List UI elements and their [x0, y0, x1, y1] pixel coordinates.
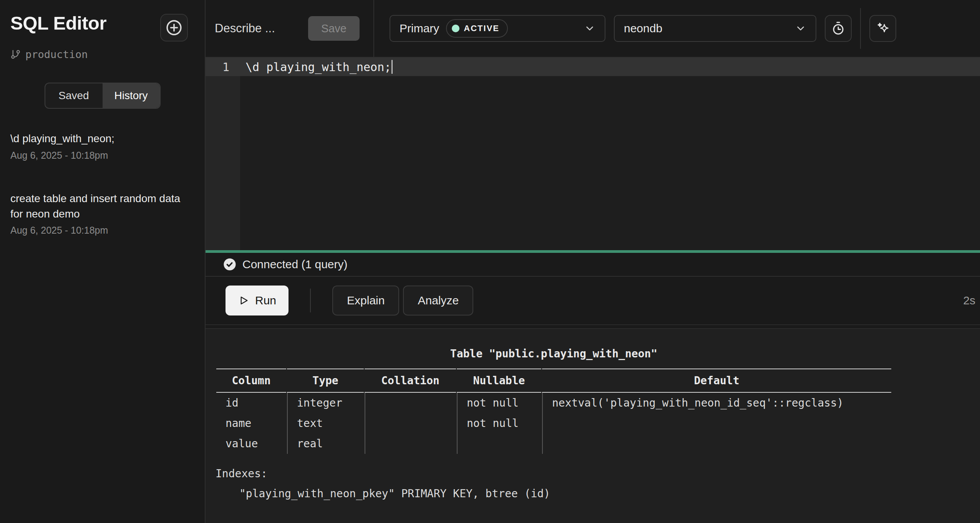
- history-item[interactable]: create table and insert random data for …: [10, 191, 197, 236]
- play-icon: [238, 295, 249, 306]
- branch-select[interactable]: Primary ACTIVE: [390, 15, 605, 42]
- table-cell: value: [216, 433, 286, 454]
- history-list: \d playing_with_neon; Aug 6, 2025 - 10:1…: [10, 131, 197, 236]
- history-item-timestamp: Aug 6, 2025 - 10:18pm: [10, 150, 197, 161]
- results-panel: Table "public.playing_with_neon" Column …: [206, 328, 980, 523]
- explain-analyze-group: Explain Analyze: [332, 286, 473, 315]
- panel-gap: [206, 325, 980, 328]
- column-header: Column: [216, 369, 286, 393]
- line-number: 1: [206, 58, 240, 76]
- table-cell: [542, 413, 891, 433]
- connection-status-bar: Connected (1 query): [206, 253, 980, 277]
- sidebar: SQL Editor production Saved History \d p…: [0, 0, 206, 523]
- new-query-button[interactable]: [160, 14, 188, 42]
- code-text: \d playing_with_neon;: [245, 60, 391, 74]
- active-status-badge: ACTIVE: [446, 19, 508, 38]
- describe-result-table: Table "public.playing_with_neon" Column …: [216, 347, 892, 454]
- branch-select-value: Primary: [400, 22, 439, 35]
- database-select-value: neondb: [624, 22, 662, 35]
- history-item-title: create table and insert random data for …: [10, 191, 191, 222]
- table-header-row: Column Type Collation Nullable Default: [216, 369, 891, 393]
- table-cell: [457, 433, 541, 454]
- history-item-timestamp: Aug 6, 2025 - 10:18pm: [10, 225, 197, 236]
- table-cell: id: [216, 393, 286, 413]
- topbar-controls: Primary ACTIVE neondb: [374, 0, 980, 57]
- connection-status-text: Connected (1 query): [242, 258, 348, 271]
- sql-editor-app: SQL Editor production Saved History \d p…: [0, 0, 980, 523]
- table-cell: [365, 393, 456, 413]
- editor-gutter: 1: [206, 58, 240, 250]
- saved-history-toggle: Saved History: [45, 83, 161, 109]
- table-row: value real: [216, 433, 891, 454]
- tab-saved[interactable]: Saved: [45, 83, 103, 108]
- column-header: Default: [542, 369, 891, 393]
- table-row: id integer not null nextval('playing_wit…: [216, 393, 891, 413]
- page-title: SQL Editor: [10, 13, 106, 34]
- column-header: Nullable: [457, 369, 541, 393]
- table-cell: [365, 433, 456, 454]
- table-cell: nextval('playing_with_neon_id_seq'::regc…: [542, 393, 891, 413]
- status-badge-label: ACTIVE: [464, 23, 499, 33]
- actions-divider: [310, 289, 311, 312]
- index-definition: "playing_with_neon_pkey" PRIMARY KEY, bt…: [216, 484, 980, 504]
- column-header: Type: [287, 369, 364, 393]
- stopwatch-icon: [831, 21, 846, 36]
- database-select[interactable]: neondb: [614, 15, 816, 42]
- table-cell: not null: [457, 393, 541, 413]
- table-cell: name: [216, 413, 286, 433]
- main-panel: Describe ... Save Primary ACTIVE neondb: [206, 0, 980, 523]
- branch-name: production: [25, 48, 88, 60]
- table-cell: integer: [287, 393, 364, 413]
- query-duration: 2s: [963, 294, 975, 307]
- code-editor: 1 \d playing_with_neon;: [206, 58, 980, 250]
- run-button-label: Run: [255, 294, 276, 307]
- table-cell: not null: [457, 413, 541, 433]
- ai-assistant-button[interactable]: [869, 15, 896, 42]
- active-code-line: \d playing_with_neon;: [240, 58, 980, 76]
- query-title-input[interactable]: Describe ...: [215, 22, 275, 35]
- circle-plus-icon: [165, 19, 183, 37]
- status-dot-icon: [452, 25, 459, 32]
- branch-indicator: production: [10, 48, 205, 60]
- run-button[interactable]: Run: [226, 286, 289, 315]
- editor-code-area[interactable]: \d playing_with_neon;: [240, 58, 980, 250]
- history-item[interactable]: \d playing_with_neon; Aug 6, 2025 - 10:1…: [10, 131, 197, 161]
- query-progress-bar: [206, 250, 980, 253]
- query-history-timer-button[interactable]: [825, 15, 852, 42]
- sidebar-header: SQL Editor: [0, 13, 205, 42]
- chevron-down-icon: [584, 23, 595, 34]
- indexes-label: Indexes:: [216, 464, 980, 484]
- text-cursor: [391, 60, 393, 74]
- query-meta: Describe ... Save: [206, 0, 374, 57]
- table-cell: [365, 413, 456, 433]
- result-table-title: Table "public.playing_with_neon": [216, 347, 892, 369]
- check-circle-icon: [223, 258, 236, 271]
- topbar-divider: [860, 8, 861, 49]
- explain-button[interactable]: Explain: [332, 286, 399, 315]
- column-header: Collation: [365, 369, 456, 393]
- table-row: name text not null: [216, 413, 891, 433]
- analyze-button[interactable]: Analyze: [403, 286, 473, 315]
- topbar: Describe ... Save Primary ACTIVE neondb: [206, 0, 980, 58]
- indexes-section: Indexes: "playing_with_neon_pkey" PRIMAR…: [216, 464, 980, 504]
- table-cell: text: [287, 413, 364, 433]
- history-item-title: \d playing_with_neon;: [10, 131, 191, 146]
- tab-history[interactable]: History: [103, 83, 160, 108]
- chevron-down-icon: [795, 23, 806, 34]
- actions-bar: Run Explain Analyze 2s: [206, 277, 980, 325]
- save-button[interactable]: Save: [308, 16, 360, 41]
- table-cell: [542, 433, 891, 454]
- git-branch-icon: [10, 49, 21, 60]
- sparkles-icon: [876, 21, 890, 36]
- table-cell: real: [287, 433, 364, 454]
